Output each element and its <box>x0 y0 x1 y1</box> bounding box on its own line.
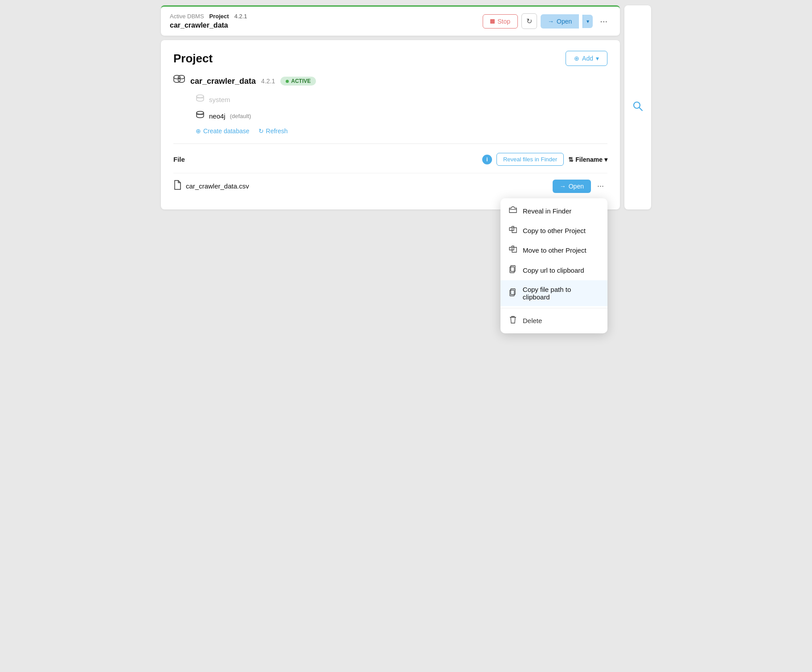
stop-label: Stop <box>497 18 510 25</box>
file-section: File i Reveal files in Finder ⇅ Filename <box>173 153 607 199</box>
db-name-system: system <box>209 96 230 103</box>
stop-button[interactable]: Stop <box>483 14 518 29</box>
db-icon-neo4j <box>196 111 205 121</box>
file-header: File i Reveal files in Finder ⇅ Filename <box>173 153 607 166</box>
add-label: Add <box>582 55 593 62</box>
add-plus-icon: ⊕ <box>574 55 579 62</box>
ctx-move-project-label: Move to other Project <box>523 246 586 254</box>
dbms-name-header: car_crawler_data <box>170 21 247 29</box>
more-top-button[interactable]: ··· <box>596 14 611 28</box>
ctx-reveal-in-finder[interactable]: Reveal in Finder <box>500 201 607 221</box>
svg-point-4 <box>197 111 204 114</box>
file-row-left: car_crawler_data.csv <box>173 180 249 192</box>
ctx-copy-url-icon <box>509 265 517 275</box>
info-button[interactable]: i <box>482 155 492 164</box>
dbms-project-version: 4.2.1 <box>261 78 275 85</box>
search-button[interactable] <box>625 94 650 121</box>
open-arrow-icon: → <box>548 18 554 25</box>
svg-point-2 <box>197 95 204 98</box>
more-file-icon: ··· <box>597 181 604 190</box>
context-menu: Reveal in Finder Copy <box>500 198 607 333</box>
add-button[interactable]: ⊕ Add ▾ <box>566 51 607 66</box>
svg-point-1 <box>178 75 185 79</box>
badge-dot <box>286 80 289 83</box>
ctx-copy-project[interactable]: Copy to other Project <box>500 221 607 240</box>
file-header-actions: i Reveal files in Finder ⇅ Filename ▾ <box>482 153 607 166</box>
project-header: Project ⊕ Add ▾ <box>173 51 607 66</box>
ctx-copy-url[interactable]: Copy url to clipboard <box>500 260 607 280</box>
refresh-top-button[interactable]: ↻ <box>521 13 537 29</box>
db-item-neo4j: neo4j (default) <box>196 111 607 121</box>
top-bar-actions: Stop ↻ → Open ▾ ··· <box>483 13 611 29</box>
ctx-copy-project-label: Copy to other Project <box>523 227 586 234</box>
ctx-trash-icon <box>509 316 517 325</box>
db-item-system: system <box>196 94 607 105</box>
search-icon <box>632 102 643 114</box>
filename-sort-label: Filename <box>575 156 603 163</box>
ctx-copy-path-label: Copy file path to clipboard <box>523 286 599 301</box>
add-caret-icon: ▾ <box>596 55 599 62</box>
open-caret-button[interactable]: ▾ <box>582 15 593 28</box>
top-bar-meta: Active DBMS Project 4.2.1 <box>170 13 247 20</box>
more-file-button[interactable]: ··· <box>594 179 607 193</box>
top-bar: Active DBMS Project 4.2.1 car_crawler_da… <box>161 5 620 36</box>
ctx-divider <box>500 308 607 308</box>
sort-icon: ⇅ <box>568 156 574 163</box>
file-row: car_crawler_data.csv → Open ··· <box>173 173 607 199</box>
project-section: Project ⊕ Add ▾ <box>161 40 620 209</box>
ctx-folder-copy-icon <box>509 226 517 235</box>
badge-label: ACTIVE <box>291 78 311 84</box>
dbms-row: car_crawler_data 4.2.1 ACTIVE <box>173 75 607 87</box>
ctx-copy-url-label: Copy url to clipboard <box>523 266 584 274</box>
dbms-project-name: car_crawler_data <box>190 77 256 86</box>
status-badge: ACTIVE <box>280 77 316 86</box>
svg-line-11 <box>640 108 643 111</box>
db-tag-default: (default) <box>230 113 251 119</box>
version-label: 4.2.1 <box>234 13 247 20</box>
create-db-label: Create database <box>203 127 250 135</box>
ctx-delete-label: Delete <box>523 317 542 324</box>
active-dbms-label: Active DBMS <box>170 13 204 20</box>
open-top-label: Open <box>557 18 572 25</box>
search-panel <box>624 5 651 209</box>
create-db-plus-icon: ⊕ <box>196 127 201 135</box>
refresh-top-icon: ↻ <box>526 17 532 25</box>
db-icon-system <box>196 94 205 105</box>
open-top-button[interactable]: → Open <box>541 14 579 29</box>
ctx-move-project[interactable]: Move to other Project <box>500 240 607 260</box>
sort-caret-icon: ▾ <box>604 156 607 163</box>
db-actions: ⊕ Create database ↻ Refresh <box>196 127 607 135</box>
dbms-stack-icon <box>173 75 185 87</box>
create-database-button[interactable]: ⊕ Create database <box>196 127 250 135</box>
caret-down-icon: ▾ <box>586 18 589 25</box>
open-file-button[interactable]: → Open <box>553 180 591 193</box>
open-file-arrow-icon: → <box>560 183 566 190</box>
databases-list: system neo4j (default) <box>191 94 607 135</box>
filename-sort-button[interactable]: ⇅ Filename ▾ <box>568 156 607 163</box>
ctx-reveal-label: Reveal in Finder <box>523 207 571 215</box>
ellipsis-top-icon: ··· <box>600 16 607 26</box>
project-file-area: Project ⊕ Add ▾ <box>161 40 620 209</box>
file-name: car_crawler_data.csv <box>186 182 249 190</box>
stop-icon <box>490 19 495 24</box>
top-bar-left: Active DBMS Project 4.2.1 car_crawler_da… <box>170 13 247 29</box>
refresh-db-icon: ↻ <box>258 127 264 135</box>
project-title: Project <box>173 52 213 66</box>
ctx-copy-path-icon <box>509 288 517 298</box>
project-meta-label: Project <box>209 13 229 20</box>
info-icon: i <box>486 156 488 163</box>
file-doc-icon <box>173 180 181 192</box>
file-section-title: File <box>173 156 185 163</box>
reveal-finder-label: Reveal files in Finder <box>503 156 557 163</box>
ctx-delete[interactable]: Delete <box>500 310 607 331</box>
db-name-neo4j: neo4j <box>209 112 226 120</box>
file-row-actions: → Open ··· <box>553 179 607 193</box>
ctx-folder-move-icon <box>509 246 517 254</box>
ctx-folder-open-icon <box>509 206 517 215</box>
refresh-db-label: Refresh <box>266 127 288 135</box>
section-divider <box>173 143 607 144</box>
open-file-label: Open <box>569 183 584 190</box>
ctx-copy-path[interactable]: Copy file path to clipboard <box>500 280 607 306</box>
reveal-files-in-finder-button[interactable]: Reveal files in Finder <box>496 153 564 166</box>
refresh-db-button[interactable]: ↻ Refresh <box>258 127 288 135</box>
